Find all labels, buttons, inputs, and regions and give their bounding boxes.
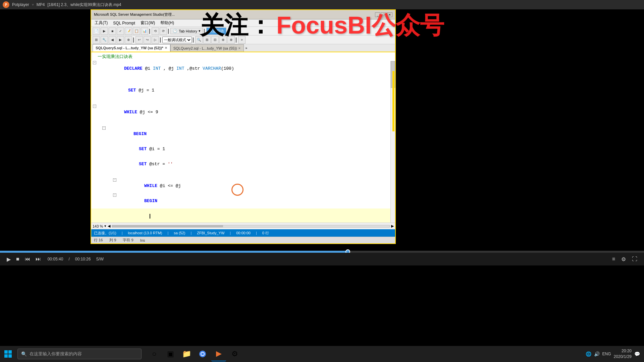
toolbar-sep2: |	[168, 28, 170, 34]
pp-fullscreen-btn[interactable]: ⛶	[631, 255, 639, 263]
code-line-begin1: − BEGIN	[91, 126, 395, 141]
tab-scroll-btn[interactable]: »	[244, 44, 249, 52]
tray-volume-icon[interactable]: 🔊	[594, 351, 600, 357]
toolbar-btn-6[interactable]: 📋	[133, 27, 140, 35]
windows-logo-icon	[4, 350, 12, 358]
code-content-while1: WHILE @j <= 9	[98, 105, 394, 120]
debug-mode-dropdown[interactable]: 一般调试模式	[162, 37, 192, 43]
horizontal-scroll-left[interactable]: ◀	[108, 224, 110, 228]
toolbar2-btn-1[interactable]: ⊞	[93, 36, 100, 44]
toolbar-btn-8[interactable]: ⟲	[152, 27, 159, 35]
toolbar2-btn-3[interactable]: ◀	[109, 36, 116, 44]
tab-history-button[interactable]: 🕐 Tab History ▾	[170, 28, 203, 34]
code-line-setstr: SET @str = ''	[91, 157, 395, 172]
collapse-while1[interactable]: −	[93, 105, 98, 108]
toolbar-run-btn[interactable]: 快速启动	[206, 27, 226, 35]
ssms-window-controls: _ □ ✕	[375, 12, 392, 17]
taskbar-potplayer[interactable]: ▶	[211, 347, 226, 361]
toolbar2-btn-6[interactable]: ↩	[136, 36, 143, 44]
toolbar-btn-7[interactable]: 📊	[141, 27, 148, 35]
toolbar-btn-3[interactable]: ■	[109, 27, 116, 35]
collapse-while2[interactable]: −	[113, 178, 118, 182]
info-ins: Ins	[140, 238, 145, 242]
toolbar-btn-4[interactable]: ✓	[117, 27, 124, 35]
taskbar-cortana[interactable]: ○	[147, 347, 162, 361]
menu-help[interactable]: 帮助(H)	[158, 19, 176, 26]
potplayer-logo: P	[3, 1, 9, 8]
zoom-dropdown-arrow[interactable]: ▾	[104, 224, 106, 228]
pp-prev-btn[interactable]: ⏮	[23, 255, 32, 263]
collapse-1[interactable]: −	[93, 61, 98, 64]
code-line-cursor	[91, 208, 395, 223]
collapse-begin1[interactable]: −	[102, 126, 107, 130]
windows-taskbar: 🔍 在这里输入你要搜索的内容 ○ ▣ 📁 ▶ ⚙ 🌐 🔊 ENG 20:20 2…	[0, 346, 644, 362]
toolbar2-btn-search[interactable]: 🔍	[195, 36, 203, 44]
toolbar2-btn-8[interactable]: ▷	[152, 36, 159, 44]
toolbar2-more-btn[interactable]: »	[238, 36, 246, 44]
toolbar2-btn-12[interactable]: ⊗	[227, 36, 235, 44]
toolbar2-btn-7[interactable]: ↪	[144, 36, 151, 44]
horizontal-scroll-right[interactable]: ▶	[391, 224, 394, 228]
toolbar2-btn-4[interactable]: ▶	[117, 36, 124, 44]
taskbar-apps: ○ ▣ 📁 ▶ ⚙	[147, 347, 582, 361]
toolbar2-sep3: |	[193, 37, 195, 43]
ssms-infobar: 行 16 列 9 字符 9 Ins	[91, 237, 395, 243]
taskbar-file-explorer[interactable]: 📁	[179, 347, 194, 361]
tray-notification[interactable]: 💬	[634, 351, 640, 357]
left-black-area	[0, 9, 91, 251]
ssms-close-btn[interactable]: ✕	[387, 12, 392, 17]
toolbar-btn-5[interactable]: 📝	[125, 27, 132, 35]
pp-playlist-btn[interactable]: ≡	[611, 255, 616, 263]
menu-tools[interactable]: 工具(T)	[93, 19, 110, 26]
code-content-while2: WHILE @i <= @j	[118, 178, 394, 193]
code-line-blank4	[91, 172, 395, 178]
taskbar-taskview[interactable]: ▣	[163, 347, 178, 361]
h-scroll-thumb[interactable]	[112, 225, 223, 227]
ssms-editor[interactable]: 一实现乘法口诀表 − DECLARE @i INT , @j INT ,@str…	[91, 52, 395, 229]
toolbar2-btn-2[interactable]: 🔧	[101, 36, 108, 44]
pp-time-current: 00:05:40	[48, 257, 63, 261]
taskbar-chrome[interactable]	[195, 347, 210, 361]
tab-sqlquery5[interactable]: SQLQuery5.sql - L...tudy_YW (sa (52))* ✕	[93, 44, 170, 52]
toolbar2-btn-9[interactable]: ⊞	[203, 36, 211, 44]
toolbar-btn-9[interactable]: ⟳	[160, 27, 167, 35]
toolbar-btn-1[interactable]: 📄	[93, 27, 100, 35]
tray-language[interactable]: ENG	[602, 352, 611, 356]
menu-sqlprompt[interactable]: SQL Prompt	[111, 20, 137, 26]
editor-comment: 一实现乘法口诀表	[91, 52, 395, 61]
start-button[interactable]	[0, 346, 16, 362]
ssms-minimize-btn[interactable]: _	[375, 12, 380, 17]
status-login: sa (52)	[174, 231, 185, 235]
video-file-info: [18/61] 2.3、while实现99乘法口诀表.mp4	[47, 2, 121, 8]
pp-settings-btn[interactable]: ⚙	[620, 255, 627, 264]
code-line-blank1	[91, 76, 395, 83]
menu-window[interactable]: 窗口(W)	[139, 19, 157, 26]
taskbar-settings[interactable]: ⚙	[227, 347, 242, 361]
status-connection: 已连接。(1/1)	[94, 231, 116, 236]
code-line-setj: SET @j = 1	[91, 83, 395, 98]
ssms-toolbar1: 📄 ▶ ■ ✓ 📝 📋 📊 | ⟲ ⟳ | 🕐 Tab History ▾ | …	[91, 27, 395, 36]
tray-network-icon[interactable]: 🌐	[586, 351, 591, 357]
code-wrapper[interactable]: − DECLARE @i INT , @j INT ,@str VARCHAR(…	[91, 61, 395, 223]
taskbar-search-box[interactable]: 🔍 在这里输入你要搜索的内容	[17, 349, 142, 359]
ssms-restore-btn[interactable]: □	[381, 12, 386, 17]
potplayer-app-name: Potplayer	[12, 2, 29, 7]
editor-scrollbar[interactable]	[390, 61, 395, 223]
pp-play-btn[interactable]: ▶	[5, 255, 12, 264]
status-time: 00:00:00	[236, 231, 251, 235]
pp-stop-btn[interactable]: ■	[15, 255, 21, 263]
code-line-seti: SET @i = 1	[91, 141, 395, 157]
horizontal-scrollbar[interactable]	[112, 225, 390, 228]
tab-sqlquery2-close[interactable]: ✕	[238, 47, 241, 50]
toolbar2-btn-11[interactable]: ⊕	[219, 36, 227, 44]
toolbar-btn-2[interactable]: ▶	[101, 27, 108, 35]
info-line: 行 16	[94, 238, 103, 243]
toolbar2-btn-10[interactable]: ⊟	[211, 36, 219, 44]
toolbar2-btn-5[interactable]: ⊕	[125, 36, 132, 44]
tab-sqlquery2[interactable]: SQLQuery2.sql - L...tudy_YW (sa (55)) ✕	[170, 44, 244, 52]
pp-next-btn[interactable]: ⏭	[34, 255, 42, 263]
tab-sqlquery5-close[interactable]: ✕	[165, 46, 167, 50]
ssms-menubar: 工具(T) SQL Prompt 窗口(W) 帮助(H)	[91, 19, 395, 27]
collapse-begin2[interactable]: −	[113, 193, 118, 197]
ssms-zoombar: 143 % ▾ ◀ ▶	[91, 223, 395, 229]
